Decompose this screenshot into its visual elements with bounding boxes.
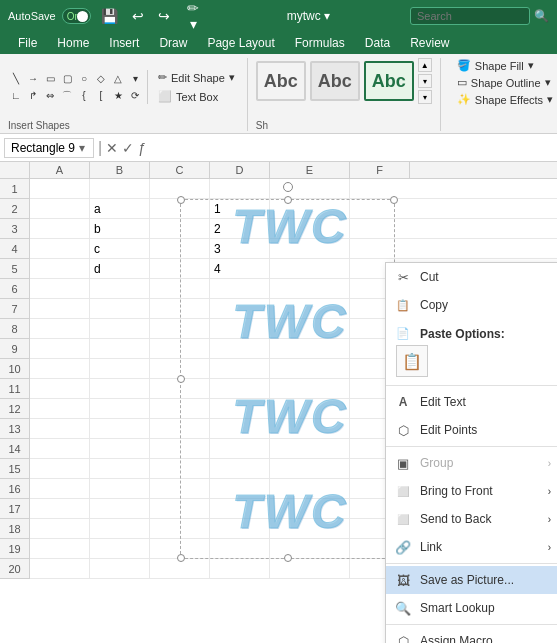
menu-item-edit-points[interactable]: ⬡ Edit Points	[386, 416, 557, 444]
cell-b4[interactable]: c	[90, 239, 150, 258]
cell-c16[interactable]	[150, 479, 210, 498]
cell-a19[interactable]	[30, 539, 90, 558]
cell-e11[interactable]	[270, 379, 350, 398]
cell-b20[interactable]	[90, 559, 150, 578]
shape-more[interactable]: ▾	[127, 71, 143, 87]
cell-c14[interactable]	[150, 439, 210, 458]
cell-e18[interactable]	[270, 519, 350, 538]
menu-item-link[interactable]: 🔗 Link ›	[386, 533, 557, 561]
cell-e20[interactable]	[270, 559, 350, 578]
menu-item-edit-text[interactable]: A Edit Text	[386, 388, 557, 416]
row-header-6[interactable]: 6	[0, 279, 29, 299]
cell-b16[interactable]	[90, 479, 150, 498]
cell-c3[interactable]	[150, 219, 210, 238]
save-button[interactable]: 💾	[97, 6, 122, 26]
cancel-formula-icon[interactable]: ✕	[106, 140, 118, 156]
insert-function-icon[interactable]: ƒ	[138, 140, 146, 156]
cell-a11[interactable]	[30, 379, 90, 398]
col-header-d[interactable]: D	[210, 162, 270, 178]
shape-triangle[interactable]: △	[110, 71, 126, 87]
confirm-formula-icon[interactable]: ✓	[122, 140, 134, 156]
row-header-5[interactable]: 5	[0, 259, 29, 279]
cell-e8[interactable]	[270, 319, 350, 338]
row-header-3[interactable]: 3	[0, 219, 29, 239]
cell-d11[interactable]	[210, 379, 270, 398]
menu-item-cut[interactable]: ✂ Cut	[386, 263, 557, 291]
shape-outline-button[interactable]: ▭ Shape Outline ▾	[453, 75, 557, 90]
tab-page-layout[interactable]: Page Layout	[197, 32, 284, 54]
cell-b13[interactable]	[90, 419, 150, 438]
row-header-20[interactable]: 20	[0, 559, 29, 579]
cell-d15[interactable]	[210, 459, 270, 478]
menu-item-smart-lookup[interactable]: 🔍 Smart Lookup	[386, 594, 557, 622]
col-header-e[interactable]: E	[270, 162, 350, 178]
row-header-18[interactable]: 18	[0, 519, 29, 539]
cell-b3[interactable]: b	[90, 219, 150, 238]
shape-diamond[interactable]: ◇	[93, 71, 109, 87]
tab-file[interactable]: File	[8, 32, 47, 54]
cell-d1[interactable]	[210, 179, 270, 198]
cell-c2[interactable]	[150, 199, 210, 218]
menu-item-send-to-back[interactable]: ⬜ Send to Back ›	[386, 505, 557, 533]
cell-c20[interactable]	[150, 559, 210, 578]
cell-c7[interactable]	[150, 299, 210, 318]
row-header-4[interactable]: 4	[0, 239, 29, 259]
shape-double-arrow[interactable]: ⇔	[42, 88, 58, 104]
row-header-14[interactable]: 14	[0, 439, 29, 459]
cell-a18[interactable]	[30, 519, 90, 538]
cell-e17[interactable]	[270, 499, 350, 518]
cell-d3[interactable]: 2	[210, 219, 270, 238]
cell-c4[interactable]	[150, 239, 210, 258]
cell-d7[interactable]	[210, 299, 270, 318]
name-box[interactable]: Rectangle 9 ▾	[4, 138, 94, 158]
cell-a6[interactable]	[30, 279, 90, 298]
cell-b6[interactable]	[90, 279, 150, 298]
row-header-11[interactable]: 11	[0, 379, 29, 399]
shape-scroll[interactable]: ⟳	[127, 88, 143, 104]
style-box-3[interactable]: Abc	[364, 61, 414, 101]
col-header-b[interactable]: B	[90, 162, 150, 178]
cell-e5[interactable]	[270, 259, 350, 278]
col-header-c[interactable]: C	[150, 162, 210, 178]
cell-b18[interactable]	[90, 519, 150, 538]
cell-b10[interactable]	[90, 359, 150, 378]
cell-d14[interactable]	[210, 439, 270, 458]
style-scroll-expand[interactable]: ▾	[418, 90, 432, 104]
cell-b1[interactable]	[90, 179, 150, 198]
cell-b9[interactable]	[90, 339, 150, 358]
cell-d9[interactable]	[210, 339, 270, 358]
row-header-1[interactable]: 1	[0, 179, 29, 199]
shape-bracket[interactable]: [	[93, 88, 109, 104]
cell-a14[interactable]	[30, 439, 90, 458]
cell-c6[interactable]	[150, 279, 210, 298]
cell-d17[interactable]	[210, 499, 270, 518]
menu-item-copy[interactable]: 📋 Copy	[386, 291, 557, 319]
text-box-button[interactable]: ⬜ Text Box	[154, 89, 239, 104]
row-header-12[interactable]: 12	[0, 399, 29, 419]
cell-b17[interactable]	[90, 499, 150, 518]
style-box-2[interactable]: Abc	[310, 61, 360, 101]
cell-c1[interactable]	[150, 179, 210, 198]
menu-item-bring-to-front[interactable]: ⬜ Bring to Front ›	[386, 477, 557, 505]
name-box-arrow[interactable]: ▾	[79, 141, 85, 155]
redo-button[interactable]: ↪	[154, 6, 174, 26]
shape-bend-arrow[interactable]: ↱	[25, 88, 41, 104]
cell-a16[interactable]	[30, 479, 90, 498]
row-header-7[interactable]: 7	[0, 299, 29, 319]
cell-e4[interactable]	[270, 239, 350, 258]
tab-insert[interactable]: Insert	[99, 32, 149, 54]
cell-e13[interactable]	[270, 419, 350, 438]
row-header-17[interactable]: 17	[0, 499, 29, 519]
cell-b7[interactable]	[90, 299, 150, 318]
cell-a5[interactable]	[30, 259, 90, 278]
shape-effects-button[interactable]: ✨ Shape Effects ▾	[453, 92, 557, 107]
cell-b15[interactable]	[90, 459, 150, 478]
row-header-9[interactable]: 9	[0, 339, 29, 359]
cell-b12[interactable]	[90, 399, 150, 418]
col-header-a[interactable]: A	[30, 162, 90, 178]
cell-d12[interactable]	[210, 399, 270, 418]
cell-a7[interactable]	[30, 299, 90, 318]
cell-c11[interactable]	[150, 379, 210, 398]
style-scroll-up[interactable]: ▲	[418, 58, 432, 72]
cell-c8[interactable]	[150, 319, 210, 338]
